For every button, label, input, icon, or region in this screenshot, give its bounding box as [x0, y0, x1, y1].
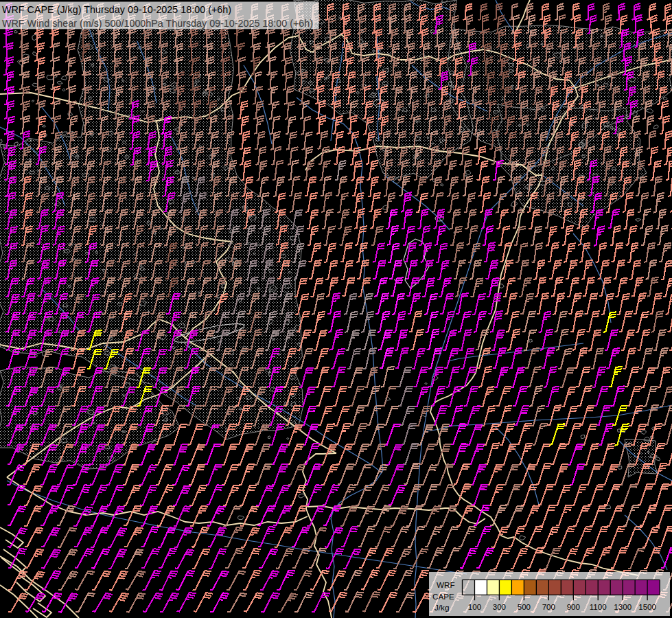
svg-text:CAPE: CAPE — [432, 592, 454, 601]
svg-text:500: 500 — [518, 602, 531, 611]
svg-text:WRF CAPE (J/kg) Thursday 09-10: WRF CAPE (J/kg) Thursday 09-10-2025 18:0… — [2, 4, 231, 15]
svg-text:WRF: WRF — [437, 580, 455, 589]
svg-text:300: 300 — [493, 602, 506, 611]
svg-text:J/kg: J/kg — [435, 603, 449, 612]
svg-text:1300: 1300 — [614, 602, 632, 611]
svg-text:700: 700 — [542, 602, 555, 611]
svg-text:1100: 1100 — [590, 602, 607, 611]
svg-text:100: 100 — [468, 602, 481, 611]
svg-text:WRF Wind shear (m/s) 500/1000h: WRF Wind shear (m/s) 500/1000hPa Thursda… — [2, 18, 313, 29]
svg-text:900: 900 — [567, 602, 580, 611]
svg-text:1500: 1500 — [638, 602, 656, 611]
